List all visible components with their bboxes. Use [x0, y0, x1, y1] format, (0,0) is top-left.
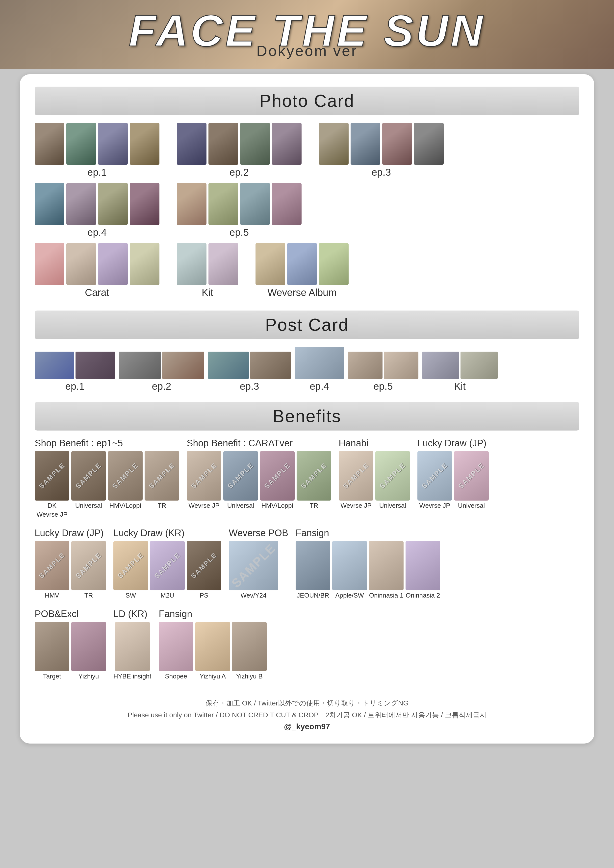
postcard-section-header: Post Card — [35, 310, 579, 339]
photocard-ep4-img2 — [66, 183, 96, 225]
benefit-fansign1-store4: Oninnasia 2 — [406, 592, 440, 599]
benefit-shop-ep: Shop Benefit : ep1~5 SAMPLE DK Wevrse JP… — [35, 438, 179, 520]
postcard-ep3-label: ep.3 — [240, 381, 259, 392]
photocard-images-ep1 — [35, 123, 159, 165]
benefit-luckydraw-jp2-img1: SAMPLE — [35, 541, 69, 591]
benefit-luckydraw-jp2-images: SAMPLE HMV SAMPLE TR — [35, 541, 106, 599]
photocard-ep5-img1 — [177, 183, 207, 225]
benefit-fansign1-store2: Apple/SW — [335, 592, 364, 599]
benefit-weverse-pob-title: Weverse POB — [229, 528, 288, 538]
postcard-kit-img1 — [422, 352, 459, 379]
photocard-kit-img2 — [208, 243, 238, 285]
benefit-fansign1-img2 — [332, 541, 367, 591]
benefit-shop-ep-img3: SAMPLE — [108, 451, 143, 501]
benefit-luckydraw-kr: Lucky Draw (KR) SAMPLE SW SAMPLE M2U — [113, 528, 221, 601]
benefit-luckydraw-jp1-img2: SAMPLE — [454, 451, 489, 501]
photocard-section: Photo Card ep.1 — [35, 87, 579, 298]
photocard-ep3-img1 — [319, 123, 348, 165]
benefits-section: Benefits Shop Benefit : ep1~5 SAMPLE DK … — [35, 402, 579, 682]
postcard-ep2-img2 — [162, 352, 204, 379]
benefit-fansign2-store1: Shopee — [165, 673, 187, 680]
benefit-fansign2-img2 — [195, 622, 230, 671]
photocard-images-ep2 — [177, 123, 302, 165]
photocard-ep2-img2 — [208, 123, 238, 165]
benefit-shop-ep-label1: DK — [48, 502, 56, 510]
photocard-ep3-label: ep.3 — [372, 167, 391, 178]
photocard-group-ep4: ep.4 — [35, 183, 159, 238]
postcard-ep4-img1 — [295, 347, 344, 379]
benefit-luckydraw-kr-title: Lucky Draw (KR) — [113, 528, 221, 538]
photocard-carat-img2 — [66, 243, 96, 285]
photocard-ep1-img3 — [98, 123, 128, 165]
postcard-ep1-img1 — [35, 352, 74, 379]
benefit-pob-excl-store2: Yizhiyu — [78, 673, 99, 680]
benefit-shop-ep-store1: Wevrse JP — [36, 511, 67, 518]
postcard-ep2-img1 — [119, 352, 161, 379]
benefit-shop-carat-img1: SAMPLE — [187, 451, 221, 501]
benefit-luckydraw-jp2-store1: HMV — [45, 592, 59, 599]
benefits-row-3: POB&Excl Target Yizhiyu LD (KR) — [35, 609, 579, 682]
photocard-ep1-img2 — [66, 123, 96, 165]
photocard-ep3-img3 — [382, 123, 412, 165]
benefit-pob-excl-img2 — [71, 622, 106, 671]
version-subtitle: Dokyeom ver — [256, 42, 358, 59]
benefit-fansign2-store3: Yizhiyu B — [236, 673, 263, 680]
photocard-group-kit: Kit — [177, 243, 238, 298]
photocard-ep4-img4 — [130, 183, 159, 225]
postcard-group-ep1: ep.1 — [35, 352, 115, 392]
benefit-fansign1-img1 — [295, 541, 330, 591]
photocard-images-kit — [177, 243, 238, 285]
benefit-shop-carat-img2: SAMPLE — [223, 451, 258, 501]
photocard-ep4-img3 — [98, 183, 128, 225]
photocard-carat-img3 — [98, 243, 128, 285]
photocard-group-ep3: ep.3 — [319, 123, 444, 178]
photocard-ep4-label: ep.4 — [87, 227, 107, 238]
photocard-ep3-img2 — [351, 123, 380, 165]
benefit-fansign1-store3: Oninnasia 1 — [369, 592, 404, 599]
photocard-carat-label: Carat — [85, 287, 109, 298]
main-content-card: Photo Card ep.1 — [20, 74, 594, 744]
benefit-luckydraw-kr-store3: PS — [200, 592, 208, 599]
benefit-shop-carat-store2: Universal — [227, 502, 254, 510]
benefit-shop-ep-img2: SAMPLE — [71, 451, 106, 501]
benefit-shop-carat-store3: HMV/Loppi — [261, 502, 294, 510]
benefit-fansign2-store2: Yizhiyu A — [199, 673, 226, 680]
photocard-ep2-label: ep.2 — [230, 167, 249, 178]
benefit-fansign1-img4 — [406, 541, 440, 591]
benefit-ld-kr: LD (KR) HYBE insight — [113, 609, 151, 682]
benefit-fansign1: Fansign JEOUN/BR Apple/SW Oninnasia 1 — [295, 528, 440, 601]
postcard-images-kit — [422, 352, 497, 379]
photocard-section-header: Photo Card — [35, 87, 579, 115]
photocard-images-weverse — [255, 243, 348, 285]
postcard-ep3-img1 — [208, 352, 249, 379]
benefit-shop-ep-img4: SAMPLE — [145, 451, 179, 501]
benefits-section-header: Benefits — [35, 402, 579, 431]
postcard-group-ep2: ep.2 — [119, 352, 204, 392]
postcard-images-ep5 — [348, 352, 418, 379]
benefit-shop-carat-images: SAMPLE Wevrse JP SAMPLE Universal SAMPLE — [187, 451, 331, 510]
postcard-images-ep2 — [119, 352, 204, 379]
benefit-hanabi-store1: Wevrse JP — [340, 502, 372, 510]
postcard-ep3-img2 — [250, 352, 291, 379]
benefit-fansign1-title: Fansign — [295, 528, 440, 538]
benefit-luckydraw-jp1: Lucky Draw (JP) SAMPLE Wevrse JP SAMPLE … — [417, 438, 489, 512]
photocard-ep5-img2 — [208, 183, 238, 225]
header-banner: FACE THE SUN Dokyeom ver — [0, 0, 614, 69]
postcard-group-kit: Kit — [422, 352, 497, 392]
postcard-ep1-label: ep.1 — [65, 381, 85, 392]
postcard-section: Post Card ep.1 ep.2 — [35, 310, 579, 392]
photocard-images-carat — [35, 243, 159, 285]
benefit-fansign1-store1: JEOUN/BR — [297, 592, 329, 599]
photocard-images-ep3 — [319, 123, 444, 165]
photocard-row-2: ep.4 ep.5 — [35, 183, 579, 238]
benefit-luckydraw-jp2: Lucky Draw (JP) SAMPLE HMV SAMPLE TR — [35, 528, 106, 601]
benefit-ld-kr-store1: HYBE insight — [113, 673, 151, 680]
photocard-ep5-img4 — [272, 183, 302, 225]
benefit-shop-carat-store1: Wevrse JP — [188, 502, 219, 510]
postcard-ep4-label: ep.4 — [310, 381, 329, 392]
postcard-ep1-img2 — [76, 352, 115, 379]
benefit-shop-ep-store2: Universal — [75, 502, 102, 510]
photocard-group-ep2: ep.2 — [177, 123, 302, 178]
benefit-luckydraw-jp2-img2: SAMPLE — [71, 541, 106, 591]
photocard-ep2-img3 — [240, 123, 270, 165]
